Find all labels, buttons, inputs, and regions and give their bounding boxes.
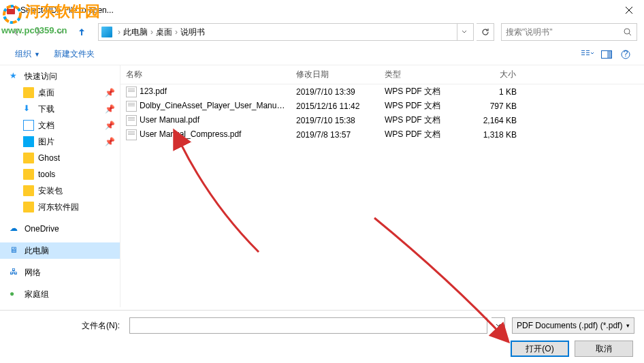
sidebar-install[interactable]: 安装包	[0, 183, 120, 199]
sidebar-homegroup[interactable]: ●家庭组	[0, 286, 120, 302]
toolbar: 组织 ▼ 新建文件夹 ?	[0, 44, 644, 65]
help-button[interactable]: ?	[617, 47, 634, 62]
pdf-file-icon	[126, 86, 137, 97]
file-list: 名称 修改日期 类型 大小 123.pdf2019/7/10 13:39WPS …	[120, 65, 644, 307]
refresh-button[interactable]	[477, 23, 494, 41]
sidebar-download[interactable]: ⬇下载📌	[0, 101, 120, 117]
svg-rect-5	[581, 50, 585, 51]
document-icon	[23, 120, 34, 131]
sidebar-onedrive[interactable]: ☁OneDrive	[0, 221, 120, 237]
dialog-footer: 文件名(N): PDF Documents (.pdf) (*.pdf) ▾ 打…	[0, 310, 644, 363]
file-size: 1 KB	[454, 87, 522, 97]
file-name: Dolby_CineAsset_Player_User_Manual...	[140, 101, 290, 110]
address-bar[interactable]: › 此电脑 › 桌面 › 说明书	[98, 23, 474, 41]
chevron-down-icon[interactable]: ▼	[34, 51, 40, 58]
view-options-button[interactable]	[579, 47, 596, 62]
file-row[interactable]: User Manual_Compress.pdf2019/7/8 13:57WP…	[120, 127, 644, 142]
file-type: WPS PDF 文档	[379, 86, 454, 97]
homegroup-icon: ●	[10, 289, 20, 300]
pin-icon: 📌	[105, 88, 114, 97]
folder-icon	[23, 153, 34, 163]
breadcrumb-desktop[interactable]: 桌面	[156, 27, 172, 38]
chevron-right-icon[interactable]: ›	[175, 27, 178, 37]
filename-label: 文件名(N):	[10, 320, 125, 332]
search-box[interactable]	[501, 23, 637, 41]
file-row[interactable]: User Manual.pdf2019/7/10 15:38WPS PDF 文档…	[120, 113, 644, 127]
col-date[interactable]: 修改日期	[291, 69, 379, 80]
column-headers: 名称 修改日期 类型 大小	[120, 65, 644, 84]
file-type: WPS PDF 文档	[379, 129, 454, 140]
app-icon	[5, 5, 16, 16]
svg-rect-8	[586, 50, 590, 51]
file-row[interactable]: 123.pdf2019/7/10 13:39WPS PDF 文档1 KB	[120, 84, 644, 99]
nav-sidebar: ★快速访问 桌面📌 ⬇下载📌 文档📌 图片📌 Ghost tools 安装包 河…	[0, 65, 120, 307]
file-name: User Manual.pdf	[140, 115, 199, 125]
breadcrumb-root[interactable]: 此电脑	[123, 27, 148, 38]
pc-icon: 🖥	[10, 245, 20, 256]
svg-rect-2	[7, 6, 15, 14]
sidebar-hdy[interactable]: 河东软件园	[0, 199, 120, 215]
star-icon: ★	[10, 71, 20, 82]
file-name: 123.pdf	[140, 86, 167, 96]
folder-icon	[23, 202, 34, 212]
file-size: 1,318 KB	[454, 130, 522, 140]
chevron-down-icon: ▾	[626, 322, 630, 329]
network-icon: 🖧	[10, 267, 20, 278]
breadcrumb-folder[interactable]: 说明书	[180, 27, 205, 38]
nav-bar: › 此电脑 › 桌面 › 说明书	[0, 20, 644, 44]
file-size: 2,164 KB	[454, 116, 522, 125]
nav-up-button[interactable]	[72, 23, 91, 41]
file-name: User Manual_Compress.pdf	[140, 129, 241, 139]
svg-rect-7	[581, 54, 585, 55]
col-name[interactable]: 名称	[120, 69, 291, 80]
file-date: 2019/7/10 15:38	[291, 116, 379, 125]
cancel-button[interactable]: 取消	[575, 341, 633, 357]
organize-menu[interactable]: 组织	[10, 46, 37, 63]
sidebar-quick-access[interactable]: ★快速访问	[0, 68, 120, 84]
open-button[interactable]: 打开(O)	[511, 341, 569, 357]
nav-recent-button[interactable]	[50, 23, 69, 41]
file-date: 2019/7/8 13:57	[291, 130, 379, 140]
file-date: 2015/12/16 11:42	[291, 101, 379, 111]
svg-point-4	[624, 29, 630, 34]
onedrive-icon: ☁	[10, 223, 20, 234]
preview-pane-button[interactable]	[598, 47, 615, 62]
location-icon	[101, 27, 112, 37]
pictures-icon	[23, 136, 34, 147]
address-dropdown[interactable]	[457, 24, 470, 40]
chevron-right-icon[interactable]: ›	[118, 27, 120, 37]
filename-dropdown[interactable]	[492, 317, 505, 334]
close-button[interactable]	[613, 0, 644, 20]
sidebar-ghost[interactable]: Ghost	[0, 150, 120, 166]
sidebar-desktop[interactable]: 桌面📌	[0, 84, 120, 101]
nav-back-button[interactable]	[7, 23, 26, 41]
svg-rect-6	[581, 52, 585, 53]
svg-rect-10	[586, 54, 590, 55]
new-folder-button[interactable]: 新建文件夹	[48, 46, 100, 63]
file-row[interactable]: Dolby_CineAsset_Player_User_Manual...201…	[120, 99, 644, 113]
search-icon[interactable]	[623, 27, 632, 37]
file-type: WPS PDF 文档	[379, 114, 454, 126]
sidebar-this-pc[interactable]: 🖥此电脑	[0, 242, 120, 259]
svg-text:?: ?	[624, 50, 628, 59]
nav-forward-button[interactable]	[29, 23, 48, 41]
col-type[interactable]: 类型	[379, 69, 454, 80]
sidebar-network[interactable]: 🖧网络	[0, 264, 120, 281]
folder-icon	[23, 185, 34, 196]
filename-input[interactable]	[129, 317, 487, 334]
sidebar-pictures[interactable]: 图片📌	[0, 133, 120, 150]
search-input[interactable]	[506, 27, 623, 37]
file-type-filter[interactable]: PDF Documents (.pdf) (*.pdf) ▾	[512, 317, 634, 334]
pdf-file-icon	[126, 115, 137, 126]
file-type: WPS PDF 文档	[379, 100, 454, 112]
sidebar-tools[interactable]: tools	[0, 166, 120, 183]
col-size[interactable]: 大小	[454, 69, 522, 80]
folder-icon	[23, 87, 34, 98]
svg-rect-9	[586, 52, 590, 53]
chevron-right-icon[interactable]: ›	[150, 27, 153, 37]
sidebar-documents[interactable]: 文档📌	[0, 117, 120, 133]
file-size: 797 KB	[454, 101, 522, 111]
title-bar: Select PDF File to open...	[0, 0, 644, 20]
file-date: 2019/7/10 13:39	[291, 87, 379, 97]
svg-rect-12	[607, 50, 612, 58]
